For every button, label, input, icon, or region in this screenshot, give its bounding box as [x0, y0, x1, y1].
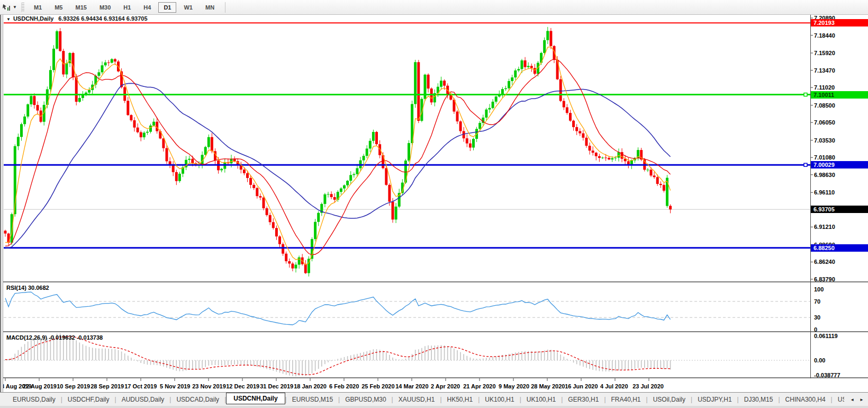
hline-handle[interactable]	[804, 93, 807, 96]
cursor-tool-icon[interactable]	[2, 3, 12, 12]
tab-uk100-h1[interactable]: UK100,H1	[480, 394, 519, 405]
status-strip	[0, 406, 868, 408]
tab-gbpusd-m30[interactable]: GBPUSD,M30	[340, 394, 391, 405]
tab-dj30-m15[interactable]: DJ30,M15	[739, 394, 779, 405]
tab-usdchf-daily[interactable]: USDCHF,Daily	[62, 394, 115, 405]
timeframe-mn[interactable]: MN	[200, 2, 220, 13]
tab-scroll-left-icon[interactable]: ◄	[850, 397, 854, 402]
timeframe-w1[interactable]: W1	[178, 2, 198, 13]
tab-uk100-h1[interactable]: UK100,H1	[521, 394, 561, 405]
timeframe-m1[interactable]: M1	[29, 2, 47, 13]
tab-scroll-arrows: ◄ ►	[844, 393, 866, 406]
tab-china300-h4[interactable]: CHINA300,H4	[780, 394, 831, 405]
timeframe-m30[interactable]: M30	[94, 2, 116, 13]
chart-canvas[interactable]	[0, 0, 868, 408]
toolbar-grip[interactable]	[21, 3, 24, 12]
tab-audusd-daily[interactable]: AUDUSD,Daily	[116, 394, 170, 405]
tab-usoil-daily[interactable]: USOil,Daily	[648, 394, 691, 405]
dropdown-caret-icon[interactable]: ▼	[13, 5, 17, 10]
timeframe-m5[interactable]: M5	[49, 2, 68, 13]
timeframe-d1[interactable]: D1	[158, 2, 176, 13]
top-toolbar: ▼ M1M5M15M30H1H4D1W1MN	[0, 0, 868, 15]
tab-usdcad-daily[interactable]: USDCAD,Daily	[171, 394, 224, 405]
timeframe-m15[interactable]: M15	[70, 2, 92, 13]
timeframe-h4[interactable]: H4	[138, 2, 156, 13]
tab-xauusd-h1[interactable]: XAUUSD,H1	[393, 394, 440, 405]
tab-eurusd-m15[interactable]: EURUSD,M15	[287, 394, 338, 405]
toolbar-separator	[225, 2, 225, 13]
tab-usdcnh-daily[interactable]: USDCNH,Daily	[226, 393, 285, 404]
tab-scroll-right-icon[interactable]: ►	[860, 397, 864, 402]
tab-usdjpy-h1[interactable]: USDJPY,H1	[692, 394, 737, 405]
timeframe-h1[interactable]: H1	[118, 2, 136, 13]
window-left-edge	[0, 14, 3, 408]
tab-hk50-h1[interactable]: HK50,H1	[442, 394, 478, 405]
tab-ger30-h1[interactable]: GER30,H1	[563, 394, 604, 405]
tab-eurusd-daily[interactable]: EURUSD,Daily	[7, 394, 61, 405]
tab-fra40-h1[interactable]: FRA40,H1	[606, 394, 646, 405]
hline-handle[interactable]	[804, 163, 807, 166]
chart-tab-bar: EURUSD,Daily|USDCHF,Daily|AUDUSD,Daily|U…	[0, 392, 868, 406]
